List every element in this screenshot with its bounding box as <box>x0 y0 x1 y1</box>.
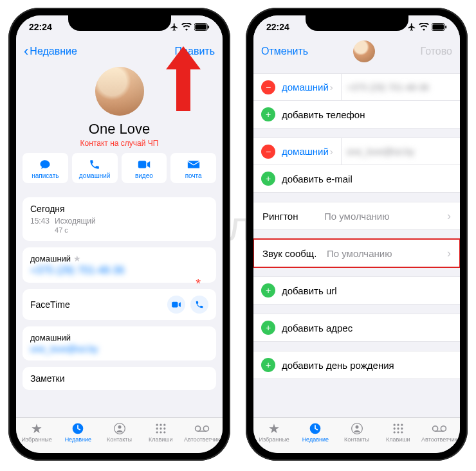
add-url-row[interactable]: + добавить url <box>253 277 460 304</box>
edit-nav-bar: Отменить Готово <box>253 39 460 64</box>
tab-contacts-label: Контакты <box>336 436 377 443</box>
add-phone-row[interactable]: + добавить телефон <box>253 101 460 128</box>
birthday-section: + добавить день рождения <box>253 351 460 379</box>
tab-recents[interactable]: Недавние <box>57 418 98 453</box>
phone-value: +375 (29) 701-48-36 <box>30 265 208 276</box>
done-button[interactable]: Готово <box>421 46 452 57</box>
svg-point-30 <box>393 427 395 429</box>
video-label: видео <box>122 172 167 179</box>
wifi-icon <box>181 23 192 31</box>
phone-section: − домашний › +375 (29) 701-48-36 + добав… <box>253 73 460 129</box>
message-label: написать <box>23 172 68 179</box>
email-row[interactable]: − домашний › one_love@tut.by <box>253 138 460 165</box>
add-url-label: добавить url <box>282 285 337 296</box>
tab-favorites-label: Избранные <box>16 436 57 443</box>
svg-rect-2 <box>208 26 209 29</box>
facetime-audio-button[interactable] <box>190 296 208 314</box>
tab-recents[interactable]: Недавние <box>295 418 336 453</box>
tab-recents-label: Недавние <box>57 436 98 443</box>
url-section: + добавить url <box>253 276 460 305</box>
status-time: 22:24 <box>29 22 52 32</box>
facetime-video-button[interactable] <box>167 296 185 314</box>
airplane-icon <box>407 22 416 31</box>
tab-favorites[interactable]: ★Избранные <box>253 418 295 453</box>
call-label: домашний <box>72 172 118 179</box>
tab-voicemail[interactable]: Автоответчик <box>419 418 460 453</box>
add-email-row[interactable]: + добавить e-mail <box>253 165 460 192</box>
texttone-row[interactable]: Звук сообщ. По умолчанию › <box>253 240 460 267</box>
chevron-right-icon: › <box>447 209 451 223</box>
texttone-key: Звук сообщ. <box>262 248 327 259</box>
email-row-value[interactable]: one_love@tut.by <box>347 147 452 157</box>
tab-contacts[interactable]: Контакты <box>98 418 140 453</box>
svg-point-19 <box>203 426 208 431</box>
contact-name: One Love <box>16 121 223 138</box>
svg-rect-22 <box>432 24 444 30</box>
message-icon <box>23 158 68 171</box>
phone-row[interactable]: − домашний › +375 (29) 701-48-36 <box>253 74 460 101</box>
message-button[interactable]: написать <box>23 153 68 183</box>
mail-label: почта <box>170 172 216 179</box>
tab-voicemail-label: Автоответчик <box>181 436 223 443</box>
phone-right: 22:24 Отменить Готово − домашний › <box>246 8 468 461</box>
ringtone-row[interactable]: Рингтон По умолчанию › <box>253 202 460 229</box>
calllog-duration: 47 с <box>55 226 68 234</box>
add-icon: + <box>261 172 275 186</box>
svg-point-9 <box>156 424 158 426</box>
add-icon: + <box>261 358 275 372</box>
video-icon <box>122 158 167 171</box>
tab-favorites[interactable]: ★Избранные <box>16 418 57 453</box>
remove-icon[interactable]: − <box>261 80 275 94</box>
svg-rect-23 <box>445 26 446 29</box>
texttone-section: Звук сообщ. По умолчанию › <box>253 239 460 267</box>
battery-icon <box>432 23 447 31</box>
phone-card[interactable]: домашний ★ +375 (29) 701-48-36 * <box>23 247 216 283</box>
contact-avatar-small[interactable] <box>353 40 375 62</box>
keypad-icon <box>140 422 181 436</box>
battery-icon <box>194 23 210 31</box>
add-birthday-label: добавить день рождения <box>282 360 394 371</box>
svg-point-37 <box>441 426 446 431</box>
call-log-card[interactable]: Сегодня 15:43 Исходящий 47 с <box>23 197 216 241</box>
add-address-row[interactable]: + добавить адрес <box>253 314 460 341</box>
email-section: − домашний › one_love@tut.by + добавить … <box>253 138 460 193</box>
svg-point-32 <box>401 427 403 429</box>
star-icon: ★ <box>73 254 81 263</box>
tab-contacts[interactable]: Контакты <box>336 418 377 453</box>
svg-point-34 <box>397 431 399 433</box>
svg-point-36 <box>433 426 438 431</box>
phone-row-value[interactable]: +375 (29) 701-48-36 <box>347 82 452 93</box>
tab-keypad-label: Клавиши <box>378 436 419 443</box>
cancel-button[interactable]: Отменить <box>261 46 308 57</box>
add-birthday-row[interactable]: + добавить день рождения <box>253 351 460 378</box>
tab-keypad-label: Клавиши <box>140 436 181 443</box>
svg-rect-4 <box>187 161 199 168</box>
svg-point-8 <box>118 425 121 429</box>
back-button[interactable]: ‹ Недавние <box>24 44 77 58</box>
call-button[interactable]: домашний <box>72 153 118 183</box>
svg-point-10 <box>160 424 161 426</box>
tab-bar: ★Избранные Недавние Контакты Клавиши Авт… <box>16 417 223 453</box>
svg-point-33 <box>393 431 395 433</box>
svg-point-35 <box>401 431 403 433</box>
tab-voicemail[interactable]: Автоответчик <box>181 418 223 453</box>
svg-point-16 <box>160 431 161 433</box>
add-email-label: добавить e-mail <box>282 173 352 184</box>
airplane-icon <box>170 22 179 31</box>
tab-keypad[interactable]: Клавиши <box>378 418 419 453</box>
contact-avatar[interactable] <box>95 67 144 116</box>
mail-button[interactable]: почта <box>170 153 216 183</box>
svg-point-17 <box>163 431 165 433</box>
tab-favorites-label: Избранные <box>253 436 295 443</box>
remove-icon[interactable]: − <box>261 145 275 159</box>
notes-card[interactable]: Заметки <box>23 367 216 390</box>
email-card[interactable]: домашний one_love@tut.by <box>23 326 216 360</box>
ringtone-key: Рингтон <box>262 211 324 222</box>
texttone-value: По умолчанию <box>327 248 447 259</box>
svg-rect-3 <box>138 161 147 168</box>
edit-button[interactable]: Править <box>175 46 215 57</box>
calllog-time: 15:43 <box>30 217 50 235</box>
person-icon <box>98 422 140 436</box>
video-button[interactable]: видео <box>122 153 167 183</box>
tab-keypad[interactable]: Клавиши <box>140 418 181 453</box>
